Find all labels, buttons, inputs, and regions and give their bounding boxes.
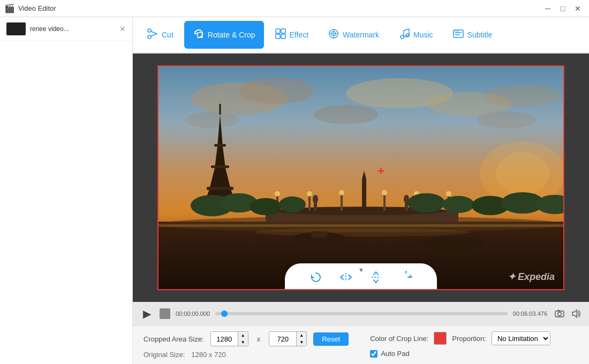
app-icon: 🎬 [4,3,15,13]
svg-point-41 [307,191,312,196]
video-thumbnail [6,22,26,35]
width-down-arrow[interactable]: ▼ [238,339,248,346]
volume-button[interactable] [569,307,583,321]
svg-point-80 [558,312,562,316]
proportion-label: Proportion: [452,335,486,343]
tab-watermark[interactable]: Watermark [319,21,388,49]
color-of-crop-line-label: Color of Crop Line: [370,335,428,343]
close-button[interactable]: ✕ [571,3,585,14]
watermark-icon-star: ✦ [508,271,516,283]
remove-video-button[interactable]: ✕ [119,25,126,33]
svg-point-71 [404,195,409,203]
svg-marker-82 [572,310,577,317]
crop-crosshair: + [377,164,384,178]
watermark-icon [328,28,339,42]
svg-point-59 [250,198,282,215]
svg-point-60 [279,196,306,213]
titlebar-left: 🎬 Video Editor [4,3,56,13]
tab-subtitle-label: Subtitle [467,31,493,39]
rotate-left-button[interactable] [306,268,326,287]
video-preview[interactable]: + ✦ Expedia ▾ [157,65,564,290]
height-up-arrow[interactable]: ▲ [297,332,306,339]
titlebar-controls: ─ □ ✕ [541,3,585,14]
svg-point-13 [401,35,404,39]
settings-right: Color of Crop Line: Proportion: No Limit… [370,331,550,358]
width-up-arrow[interactable]: ▲ [238,332,248,339]
svg-rect-44 [383,194,386,211]
video-controls-overlay: ▾ [285,263,437,289]
svg-rect-75 [311,231,327,238]
svg-rect-54 [211,165,229,168]
time-start: 00:00:00.000 [176,310,210,317]
crop-color-swatch[interactable] [434,332,447,345]
effect-icon [275,28,286,42]
original-size-row: Original Size: 1280 x 720 [144,351,349,359]
rotate-right-button[interactable] [396,268,416,287]
stop-button[interactable] [160,308,170,319]
proportion-select[interactable]: No Limitation 16:9 4:3 1:1 [492,331,550,345]
svg-point-61 [407,193,445,213]
width-input-wrap: ▲ ▼ [210,331,248,346]
tab-music[interactable]: Music [390,21,442,49]
progress-thumb[interactable] [221,310,228,317]
original-size-value: 1280 x 720 [191,351,225,359]
svg-point-30 [185,112,239,128]
svg-rect-53 [207,187,233,190]
auto-pad-checkbox[interactable] [370,350,377,358]
tab-effect-label: Effect [290,31,309,39]
watermark-text: Expedia [518,271,555,283]
svg-point-33 [496,152,549,195]
tab-rotate-crop[interactable]: Rotate & Crop [184,21,264,49]
svg-point-0 [148,35,151,39]
settings-two-col: Cropped Area Size: ▲ ▼ x [144,331,578,359]
svg-rect-72 [158,224,564,227]
music-icon [398,28,410,42]
auto-pad-label[interactable]: Auto Pad [381,350,410,358]
content-area: Cut Rotate & Crop [133,17,589,364]
play-button[interactable]: ▶ [139,306,154,321]
video-frame [158,66,564,290]
progress-track[interactable] [215,312,508,315]
titlebar: 🎬 Video Editor ─ □ ✕ [0,0,589,17]
svg-point-69 [313,195,318,203]
svg-point-43 [339,190,344,195]
svg-point-62 [442,196,474,213]
tab-music-label: Music [413,31,433,39]
minimize-button[interactable]: ─ [541,3,555,14]
playback-bar: ▶ 00:00:00.000 00:06:03.476 [133,302,589,325]
height-down-arrow[interactable]: ▼ [297,339,306,346]
playback-icons [553,307,583,321]
video-name: renee video... [30,25,115,33]
crop-size-row: Cropped Area Size: ▲ ▼ x [144,331,349,346]
tab-watermark-label: Watermark [343,31,379,39]
tab-cut-label: Cut [162,31,173,39]
svg-point-31 [477,111,536,128]
svg-rect-7 [276,34,280,39]
tab-effect[interactable]: Effect [266,21,318,49]
reset-button[interactable]: Reset [313,332,349,346]
flip-vertical-button[interactable] [366,268,386,287]
app-title: Video Editor [18,4,56,12]
original-size-label: Original Size: [144,351,185,359]
svg-rect-5 [276,29,280,33]
svg-text:SUB: SUB [454,30,459,33]
flip-horizontal-button[interactable] [336,268,356,287]
height-arrows: ▲ ▼ [296,332,306,346]
svg-rect-6 [281,29,285,33]
time-end: 00:06:03.476 [513,310,547,317]
settings-left: Cropped Area Size: ▲ ▼ x [144,331,349,359]
height-input-wrap: ▲ ▼ [269,331,307,346]
sidebar: renee video... ✕ [0,17,133,364]
sidebar-item[interactable]: renee video... ✕ [0,17,132,41]
height-input[interactable] [269,332,296,346]
svg-rect-66 [362,179,366,211]
tab-cut[interactable]: Cut [138,21,182,49]
width-input[interactable] [211,332,238,346]
svg-point-49 [446,191,451,196]
svg-point-45 [382,190,387,195]
camera-button[interactable] [553,307,567,321]
cropped-area-label: Cropped Area Size: [144,335,204,343]
maximize-button[interactable]: □ [556,3,570,14]
tab-subtitle[interactable]: SUB Subtitle [444,21,501,49]
video-container[interactable]: + ✦ Expedia ▾ [133,54,589,302]
